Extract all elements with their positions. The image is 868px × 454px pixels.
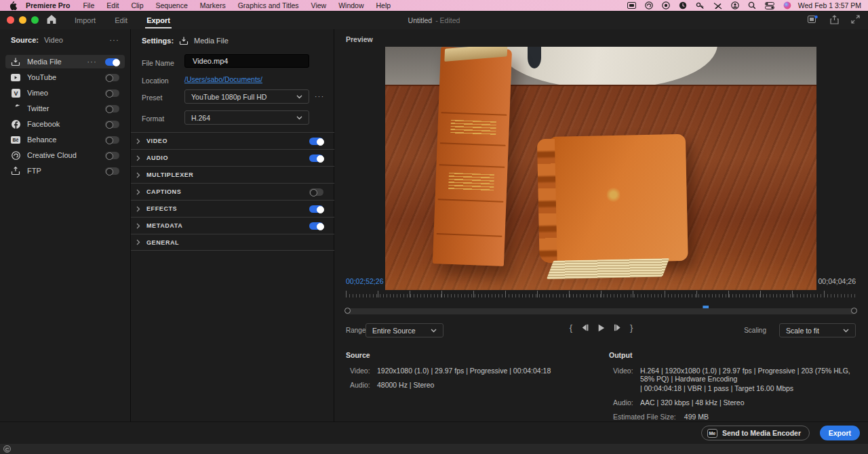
timeline-ruler[interactable] [346,290,856,299]
step-forward-button[interactable] [614,324,621,331]
menu-edit[interactable]: Edit [100,1,125,9]
tab-edit[interactable]: Edit [105,11,137,29]
creative-cloud-toggle[interactable] [105,152,119,159]
format-dropdown[interactable]: H.264 [184,110,309,125]
source-info-title: Source [346,351,604,359]
creative-cloud-icon[interactable] [645,1,653,9]
destination-youtube[interactable]: YouTube [5,70,125,84]
display-mirroring-icon[interactable] [627,2,636,9]
creative-cloud-tray-icon[interactable] [3,445,11,453]
menu-app-name[interactable]: Premiere Pro [19,1,77,9]
home-icon[interactable] [46,14,58,25]
chevron-down-icon [843,329,849,333]
destination-label: Creative Cloud [27,151,98,159]
range-dropdown[interactable]: Entire Source [366,323,443,337]
output-video-value-line2: | 00:04:04:18 | VBR | 1 pass | Target 16… [640,384,793,392]
workspace-icon[interactable] [808,15,818,24]
play-button[interactable] [597,324,605,332]
stylus-slash-icon[interactable] [713,2,722,9]
section-captions[interactable]: CAPTIONS [131,183,334,200]
menu-sequence[interactable]: Sequence [149,1,193,9]
youtube-toggle[interactable] [105,74,119,81]
metadata-section-toggle[interactable] [309,222,323,230]
media-file-toggle[interactable] [105,58,119,66]
range-out-handle[interactable] [851,308,857,314]
menu-markers[interactable]: Markers [194,1,232,9]
account-icon[interactable] [731,1,739,9]
chevron-right-icon [136,189,140,195]
vimeo-toggle[interactable] [105,89,119,97]
section-effects[interactable]: EFFECTS [131,200,334,217]
chevron-right-icon [136,206,140,212]
minimize-window-button[interactable] [19,16,26,24]
menu-file[interactable]: File [77,1,100,9]
section-metadata[interactable]: METADATA [131,217,334,234]
output-audio-label: Audio: [613,398,640,407]
mark-out-button[interactable]: } [630,323,633,333]
menu-help[interactable]: Help [370,1,397,9]
menu-window[interactable]: Window [332,1,370,9]
location-link[interactable]: /Users/sabo/Documents/ [184,75,262,83]
source-video-value: 1920x1080 (1.0) | 29.97 fps | Progressiv… [377,367,551,375]
export-button[interactable]: Export [820,426,860,440]
control-center-icon[interactable] [765,2,774,9]
clock-app-icon[interactable] [679,1,687,9]
range-in-handle[interactable] [344,308,351,314]
key-icon[interactable] [696,1,705,9]
destination-behance[interactable]: Bē Behance [5,133,125,146]
source-info: Source Video: 1920x1080 (1.0) | 29.97 fp… [346,351,604,395]
close-window-button[interactable] [7,16,14,24]
share-icon[interactable] [830,15,839,24]
twitter-icon [11,104,20,113]
output-info: Output Video: H.264 | 1920x1080 (1.0) | … [609,351,863,427]
captions-section-toggle[interactable] [309,188,323,196]
destination-creative-cloud[interactable]: Creative Cloud [5,148,125,162]
chevron-right-icon [136,239,140,245]
window-controls [7,16,39,24]
preset-label: Preset [142,94,162,102]
camera-icon[interactable] [662,1,670,9]
media-file-more-icon[interactable]: ··· [87,58,98,66]
source-more-icon[interactable]: ··· [110,37,120,44]
destination-vimeo[interactable]: V Vimeo [5,86,125,100]
destination-twitter[interactable]: Twitter [5,102,125,115]
section-video[interactable]: VIDEO [131,132,334,149]
apple-menu-icon[interactable] [7,1,19,10]
destination-facebook[interactable]: Facebook [5,117,125,131]
preset-more-icon[interactable]: ··· [315,93,325,100]
destination-label: Behance [27,136,98,144]
destination-ftp[interactable]: FTP [5,164,125,178]
preset-dropdown[interactable]: YouTube 1080p Full HD [184,89,309,104]
zoom-window-button[interactable] [31,16,39,24]
facebook-toggle[interactable] [105,121,119,128]
send-to-media-encoder-button[interactable]: Me Send to Media Encoder [701,426,810,440]
file-name-input[interactable] [184,54,309,68]
tab-import[interactable]: Import [65,11,105,29]
menu-graphics-and-titles[interactable]: Graphics and Titles [232,1,305,9]
destination-media-file[interactable]: Media File ··· [5,55,125,68]
section-multiplexer[interactable]: MULTIPLEXER [131,166,334,183]
range-track[interactable] [346,308,856,314]
behance-toggle[interactable] [105,136,119,144]
section-general[interactable]: GENERAL [131,234,334,251]
video-section-toggle[interactable] [309,138,323,145]
scaling-dropdown[interactable]: Scale to fit [779,323,856,337]
menu-view[interactable]: View [305,1,333,9]
output-audio-value: AAC | 320 kbps | 48 kHz | Stereo [640,398,745,407]
siri-icon[interactable] [783,1,791,9]
fullscreen-icon[interactable] [851,15,860,24]
spotlight-icon[interactable] [748,1,756,9]
effects-section-toggle[interactable] [309,205,323,213]
twitter-toggle[interactable] [105,105,119,112]
range-label: Range [346,327,366,334]
section-audio[interactable]: AUDIO [131,149,334,166]
menu-clock[interactable]: Wed Feb 1 3:57 PM [798,1,861,9]
destination-label: Vimeo [27,89,98,97]
mark-in-button[interactable]: { [570,323,572,333]
audio-section-toggle[interactable] [309,154,323,162]
tab-export[interactable]: Export [137,11,180,29]
ftp-toggle[interactable] [105,167,119,175]
premiere-pro-export-screen: Premiere Pro File Edit Clip Sequence Mar… [0,0,868,454]
menu-clip[interactable]: Clip [125,1,149,9]
step-back-button[interactable] [581,324,589,331]
